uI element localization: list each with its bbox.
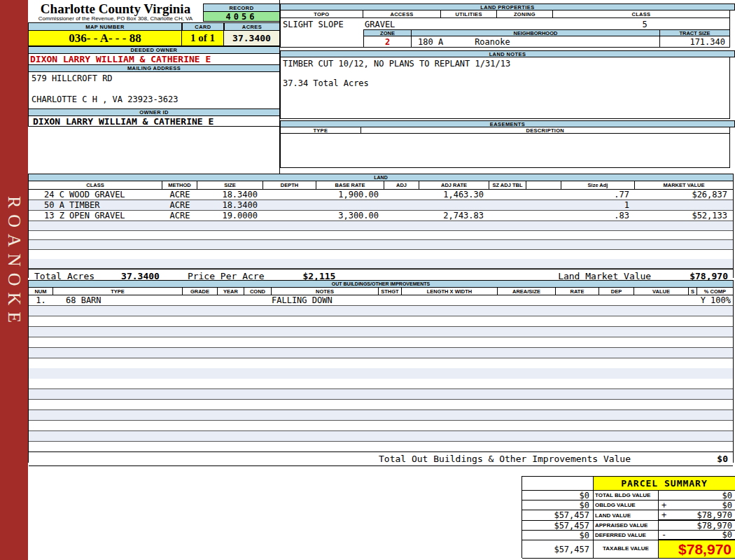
land-size-adj-header: Size Adj xyxy=(561,181,635,189)
land-row-adj xyxy=(384,190,419,200)
ps-value-land: + $78,970 xyxy=(659,510,735,521)
ps-op: + xyxy=(662,510,666,520)
ob-cond-header: COND xyxy=(244,288,272,295)
easements-box xyxy=(280,134,730,168)
ob-row-length-width xyxy=(402,295,498,305)
record-header: RECORD xyxy=(203,4,280,12)
ob-row-rate xyxy=(556,295,599,305)
land-properties-column-headers: TOPO ACCESS UTILITIES ZONING CLASS xyxy=(280,10,730,18)
land-row-adj-rate: 2,743.83 xyxy=(419,211,489,220)
land-notes-header: LAND NOTES xyxy=(280,50,735,57)
land-row-method: ACRE xyxy=(162,211,197,220)
ob-year-header: YEAR xyxy=(218,288,244,295)
county-title: Charlotte County Virginia xyxy=(29,1,202,15)
land-row: 13 Z OPEN GRAVEL ACRE 19.0000 3,300.00 2… xyxy=(29,211,733,221)
ps-amount: $0 xyxy=(722,500,732,510)
ob-notes-header: NOTES xyxy=(272,288,379,295)
land-section: LAND CLASS METHOD SIZE DEPTH BASE RATE A… xyxy=(28,174,734,278)
ob-grade-header: GRADE xyxy=(183,288,218,295)
ps-label-land: LAND VALUE xyxy=(594,510,659,521)
land-row-class: 24 C WOOD GRAVEL xyxy=(29,190,162,200)
ps-value-appraised: $78,970 xyxy=(659,521,735,531)
land-row-base-rate: 1,900.00 xyxy=(316,190,384,200)
ps-taxable-label: TAXABLE VALUE xyxy=(594,540,659,559)
land-row-sz-adj-tbl xyxy=(489,200,526,210)
ob-total-label: Total Out Buildings & Other Improvements… xyxy=(379,454,631,464)
acres-value: 37.3400 xyxy=(224,31,280,46)
land-sz-adj-tbl-header: SZ ADJ TBL xyxy=(489,181,526,189)
ps-amount: $78,970 xyxy=(696,521,732,531)
ps-label-total-bldg: TOTAL BLDG VALUE xyxy=(594,491,659,500)
easement-type-header: TYPE xyxy=(281,127,361,133)
land-column-headers: CLASS METHOD SIZE DEPTH BASE RATE ADJ AD… xyxy=(29,181,733,190)
ob-row-dep xyxy=(599,295,634,305)
land-row-size: 18.3400 xyxy=(197,190,263,200)
map-number-header: MAP NUMBER xyxy=(28,22,182,31)
ob-area-size-header: AREA/SIZE xyxy=(498,288,556,295)
tract-size-value: 171.340 xyxy=(660,36,730,48)
land-row-size: 19.0000 xyxy=(197,211,263,220)
out-buildings-section: OUT BUILDINGS/OTHER IMPROVEMENTS NUM TYP… xyxy=(28,280,734,463)
ob-row-num: 1. xyxy=(29,295,53,305)
land-adj-rate-header: ADJ RATE xyxy=(419,181,489,189)
neighborhood-header: NEIGHBORHOOD xyxy=(412,29,660,36)
ob-value-header: VALUE xyxy=(634,288,689,295)
land-row-market-value: $52,133 xyxy=(635,211,733,220)
land-section-title: LAND xyxy=(29,174,733,181)
land-row-class: 13 Z OPEN GRAVEL xyxy=(29,211,162,220)
land-row-adj xyxy=(384,211,419,220)
card-header: CARD xyxy=(182,22,224,31)
ob-row-grade xyxy=(183,295,218,305)
easement-description-header: DESCRIPTION xyxy=(361,127,729,133)
land-notes-line-1: TIMBER CUT 10/12, NO PLANS TO REPLANT 1/… xyxy=(283,59,510,69)
deeded-owner-header: DEEDED OWNER xyxy=(28,46,280,54)
land-row-adj xyxy=(384,200,419,210)
land-row-size-adj: .77 xyxy=(561,190,635,200)
land-row-market-value: $26,837 xyxy=(635,190,733,200)
acres-header: ACRES xyxy=(224,22,280,31)
land-row-base-rate: 3,300.00 xyxy=(316,211,384,220)
land-base-rate-header: BASE RATE xyxy=(316,181,384,189)
ob-dep-header: DEP xyxy=(599,288,634,295)
out-buildings-column-headers: NUM TYPE GRADE YEAR COND NOTES STHGT LEN… xyxy=(29,288,733,295)
land-properties-values: SLIGHT SLOPE GRAVEL 5 xyxy=(280,18,730,29)
out-buildings-empty-rows xyxy=(29,306,733,452)
land-empty-rows xyxy=(29,221,733,270)
zoning-header: ZONING xyxy=(497,10,553,18)
ob-row-year xyxy=(218,295,244,305)
ps-label-appraised: APPRAISED VALUE xyxy=(594,521,659,531)
ob-row-cond xyxy=(244,295,272,305)
land-row-depth xyxy=(263,200,316,210)
ob-row-area-size xyxy=(498,295,556,305)
ob-row-sthgt xyxy=(379,295,402,305)
ps-corner-cell xyxy=(522,477,594,491)
sidebar: ROANOKE xyxy=(0,0,28,560)
out-building-row: 1. 68 BARN FALLING DOWN Y 100% xyxy=(29,295,733,306)
out-buildings-total-row: Total Out Buildings & Other Improvements… xyxy=(29,452,733,466)
land-row-extra xyxy=(526,190,561,200)
ps-left-value: $0 xyxy=(522,491,594,500)
mailing-address-header: MAILING ADDRESS xyxy=(28,64,280,72)
ps-left-value: $57,457 xyxy=(522,521,594,531)
land-row-sz-adj-tbl xyxy=(489,190,526,200)
land-adj-header: ADJ xyxy=(384,181,419,189)
land-row-depth xyxy=(263,211,316,220)
neighborhood-value: 180 A Roanoke xyxy=(412,36,660,48)
deeded-owner-value: DIXON LARRY WILLIAM & CATHERINE E xyxy=(28,54,280,64)
land-properties-header: LAND PROPERTIES xyxy=(280,4,735,10)
neighborhood-name: Roanoke xyxy=(475,37,510,47)
ps-value-total-bldg: $0 xyxy=(659,491,735,500)
address-line-2: CHARLOTTE C H , VA 23923-3623 xyxy=(31,94,178,104)
ps-amount: $0 xyxy=(722,491,732,500)
ob-row-type: 68 BARN xyxy=(53,295,183,305)
land-row-size-adj: 1 xyxy=(561,200,635,210)
land-notes-line-2: 37.34 Total Acres xyxy=(283,78,369,88)
ps-label-obldg: OBLDG VALUE xyxy=(594,500,659,510)
ps-value-obldg: + $0 xyxy=(659,500,735,510)
ob-row-s-comp: Y 100% xyxy=(689,295,733,305)
neighborhood-code: 180 A xyxy=(418,37,443,47)
land-notes-box: TIMBER CUT 10/12, NO PLANS TO REPLANT 1/… xyxy=(280,57,730,119)
ps-op: - xyxy=(662,530,666,540)
ob-num-header: NUM xyxy=(29,288,53,295)
ob-type-header: TYPE xyxy=(53,288,183,295)
